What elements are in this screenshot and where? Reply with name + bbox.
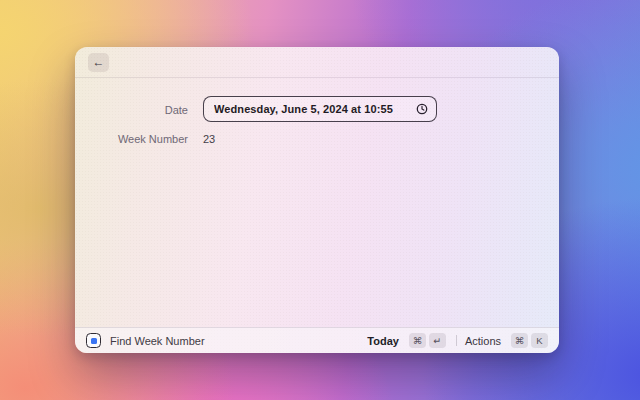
action-bar-left: Find Week Number [86,333,205,348]
window-header: ← [75,47,559,78]
command-name: Find Week Number [110,335,205,347]
extension-icon-dot [91,338,97,344]
k-key-icon[interactable]: K [531,333,548,348]
week-number-extension-icon [86,333,101,348]
command-key-icon[interactable]: ⌘ [511,333,528,348]
clock-icon [416,103,428,115]
week-number-label: Week Number [75,132,188,145]
actions-menu-button[interactable]: Actions [465,335,501,347]
date-label: Date [75,103,188,116]
today-action-button[interactable]: Today [367,335,399,347]
form-content: Date Wednesday, June 5, 2024 at 10:55 We… [75,78,559,327]
action-bar: Find Week Number Today ⌘ ↵ Actions ⌘ K [75,327,559,353]
command-key-icon[interactable]: ⌘ [409,333,426,348]
back-arrow-icon: ← [93,56,105,68]
find-week-number-window: ← Date Wednesday, June 5, 2024 at 10:55 [75,47,559,353]
action-bar-right: Today ⌘ ↵ Actions ⌘ K [367,333,548,348]
return-key-icon[interactable]: ↵ [429,333,446,348]
date-picker-value: Wednesday, June 5, 2024 at 10:55 [214,103,416,115]
week-number-row: Week Number 23 [75,132,559,145]
date-picker-field[interactable]: Wednesday, June 5, 2024 at 10:55 [203,96,437,122]
date-field-row: Date Wednesday, June 5, 2024 at 10:55 [75,96,559,122]
back-button[interactable]: ← [88,53,109,72]
action-bar-divider [456,335,457,346]
week-number-value: 23 [203,133,215,145]
desktop-wallpaper: ← Date Wednesday, June 5, 2024 at 10:55 [0,0,640,400]
